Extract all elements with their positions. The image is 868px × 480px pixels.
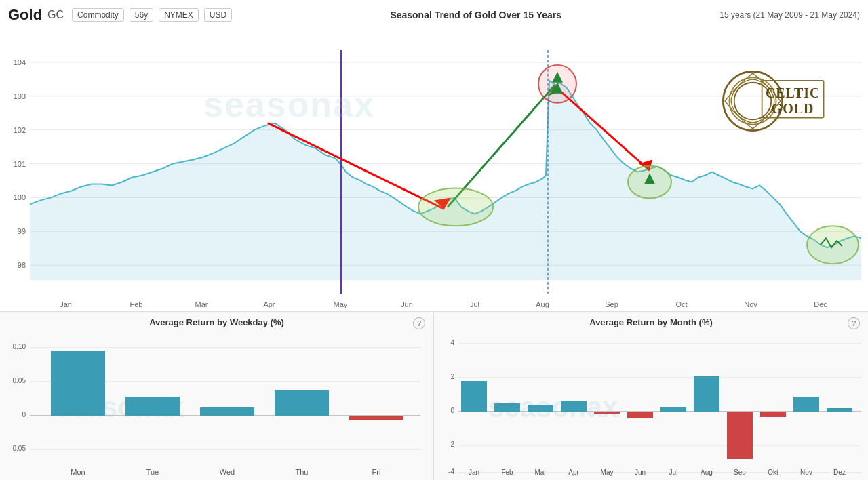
svg-point-36: [418, 188, 493, 226]
weekday-chart-svg: seasonax 0.10 0.05 0 -0.05 Mon: [0, 329, 434, 478]
svg-text:Jan: Jan: [469, 468, 479, 476]
svg-text:98: 98: [18, 261, 26, 269]
svg-text:Oct: Oct: [675, 300, 687, 308]
svg-text:-2: -2: [448, 441, 454, 448]
svg-text:Thu: Thu: [296, 468, 309, 476]
svg-text:Jun: Jun: [635, 468, 646, 476]
svg-text:May: May: [334, 300, 348, 308]
svg-rect-63: [349, 416, 403, 420]
weekday-chart: Average Return by Weekday (%) ? seasonax…: [0, 312, 434, 480]
svg-text:0.05: 0.05: [13, 377, 26, 384]
svg-text:Fri: Fri: [372, 468, 381, 476]
svg-text:Sep: Sep: [605, 300, 618, 308]
svg-text:2: 2: [450, 373, 454, 380]
month-help-icon[interactable]: ?: [848, 317, 860, 329]
month-chart-svg: seasonax 4 2 0 -2 -4: [434, 329, 868, 478]
svg-rect-86: [627, 412, 653, 418]
svg-text:Jan: Jan: [60, 300, 72, 308]
svg-rect-84: [561, 401, 587, 412]
top-bar: Gold GC Commodity 56y NYMEX USD Seasonal…: [0, 0, 868, 30]
svg-text:Wed: Wed: [220, 468, 235, 476]
svg-text:Feb: Feb: [501, 468, 513, 476]
svg-text:Aug: Aug: [536, 300, 549, 308]
tag-commodity[interactable]: Commodity: [72, 8, 124, 22]
svg-rect-90: [760, 412, 786, 417]
main-chart-title: Seasonal Trend of Gold Over 15 Years: [237, 9, 714, 20]
svg-text:Dez: Dez: [833, 468, 846, 476]
svg-text:99: 99: [18, 227, 26, 235]
svg-text:May: May: [601, 468, 614, 476]
svg-rect-83: [528, 405, 553, 412]
svg-text:Mon: Mon: [71, 468, 85, 476]
month-chart-title: Average Return by Month (%): [434, 317, 868, 327]
tag-nymex[interactable]: NYMEX: [159, 8, 199, 22]
svg-rect-61: [200, 407, 254, 416]
svg-text:Aug: Aug: [701, 468, 713, 476]
svg-text:Feb: Feb: [130, 300, 143, 308]
svg-text:Apr: Apr: [568, 468, 579, 476]
weekday-chart-title: Average Return by Weekday (%): [0, 317, 433, 327]
month-chart: Average Return by Month (%) ? seasonax 4…: [434, 312, 868, 480]
svg-rect-91: [793, 397, 819, 412]
svg-rect-85: [594, 412, 620, 414]
bottom-section: Average Return by Weekday (%) ? seasonax…: [0, 312, 868, 480]
main-chart-area: 104 103 102 101 100 99 98 Jan Feb Mar Ap…: [0, 30, 868, 312]
svg-text:102: 102: [14, 126, 26, 134]
svg-text:-0.05: -0.05: [10, 445, 26, 452]
svg-text:0: 0: [22, 411, 26, 418]
svg-text:104: 104: [14, 58, 26, 66]
svg-rect-87: [660, 407, 686, 412]
svg-text:Nov: Nov: [744, 300, 757, 308]
tag-usd[interactable]: USD: [204, 8, 232, 22]
svg-text:Mar: Mar: [534, 468, 547, 476]
svg-text:103: 103: [14, 92, 26, 100]
svg-text:Dec: Dec: [814, 300, 827, 308]
svg-rect-88: [694, 376, 719, 412]
date-range-label: 15 years (21 May 2009 - 21 May 2024): [719, 10, 860, 20]
svg-text:0: 0: [450, 407, 454, 414]
svg-text:Apr: Apr: [263, 300, 275, 308]
ticker-label: GC: [47, 9, 64, 21]
main-chart-svg: 104 103 102 101 100 99 98 Jan Feb Mar Ap…: [0, 30, 868, 311]
asset-title: Gold: [8, 6, 42, 24]
svg-rect-59: [51, 351, 105, 416]
tag-56y[interactable]: 56y: [130, 8, 153, 22]
svg-text:0.10: 0.10: [13, 343, 26, 351]
svg-rect-82: [494, 403, 520, 412]
svg-rect-81: [461, 381, 487, 412]
svg-text:4: 4: [450, 339, 454, 346]
weekday-help-icon[interactable]: ?: [413, 317, 425, 329]
svg-text:Jun: Jun: [401, 300, 413, 308]
svg-rect-60: [125, 397, 180, 416]
svg-rect-89: [727, 412, 753, 459]
svg-rect-92: [827, 408, 852, 412]
svg-rect-62: [275, 390, 329, 416]
svg-text:Mar: Mar: [195, 300, 208, 308]
svg-text:Sep: Sep: [734, 468, 746, 476]
svg-text:Jul: Jul: [669, 468, 678, 476]
svg-text:100: 100: [14, 193, 26, 201]
svg-text:Tue: Tue: [146, 468, 159, 476]
svg-text:-4: -4: [448, 468, 454, 475]
svg-text:101: 101: [14, 160, 26, 168]
svg-text:Jul: Jul: [470, 300, 479, 308]
svg-text:Nov: Nov: [800, 468, 812, 476]
svg-text:Okt: Okt: [768, 468, 778, 476]
